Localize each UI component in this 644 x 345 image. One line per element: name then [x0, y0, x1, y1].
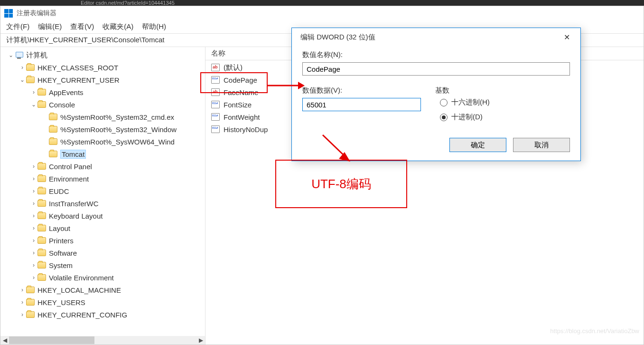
chevron-none-icon: [41, 113, 49, 121]
radio-hex-label: 十六进制(H): [451, 98, 490, 107]
folder-icon: [26, 299, 35, 306]
value-name: FaceName: [224, 88, 258, 96]
folder-icon: [37, 274, 46, 281]
tree-item[interactable]: ⌄HKEY_CURRENT_USER: [0, 74, 205, 86]
value-data-input[interactable]: [302, 98, 421, 111]
tree-item[interactable]: ⌄计算机: [0, 49, 205, 61]
tree-item-label: HKEY_USERS: [37, 298, 85, 307]
chevron-right-icon[interactable]: ›: [19, 298, 26, 306]
cancel-button[interactable]: 取消: [513, 138, 570, 152]
folder-icon: [37, 212, 46, 219]
value-data-label: 数值数据(V):: [302, 86, 421, 95]
chevron-right-icon[interactable]: ›: [30, 261, 37, 269]
registry-tree: ⌄计算机›HKEY_CLASSES_ROOT⌄HKEY_CURRENT_USER…: [0, 47, 205, 323]
tree-item[interactable]: ›System: [0, 259, 205, 271]
value-name: HistoryNoDup: [224, 125, 268, 134]
chevron-right-icon[interactable]: ›: [30, 88, 37, 96]
folder-icon: [49, 151, 57, 157]
title-bar[interactable]: 注册表编辑器: [0, 6, 644, 20]
folder-icon: [26, 287, 35, 293]
tree-item[interactable]: ›Control Panel: [0, 160, 205, 172]
h-scrollbar[interactable]: ◀ ▶: [0, 336, 205, 345]
tree-item-label: Tomcat: [60, 150, 86, 159]
folder-icon: [37, 101, 46, 108]
value-name-label: 数值名称(N):: [302, 50, 570, 59]
radio-dec-label: 十进制(D): [451, 113, 483, 122]
tree-panel: ⌄计算机›HKEY_CLASSES_ROOT⌄HKEY_CURRENT_USER…: [0, 47, 205, 345]
chevron-right-icon[interactable]: ›: [30, 163, 37, 170]
tree-item[interactable]: ›HKEY_USERS: [0, 296, 205, 308]
tree-item[interactable]: ›EUDC: [0, 185, 205, 197]
menu-item[interactable]: 收藏夹(A): [103, 22, 133, 31]
tree-item[interactable]: ›HKEY_CLASSES_ROOT: [0, 61, 205, 74]
tree-item[interactable]: %SystemRoot%_System32_Window: [0, 123, 205, 135]
scroll-thumb[interactable]: [9, 336, 94, 344]
close-icon[interactable]: ✕: [560, 33, 574, 42]
tree-item[interactable]: ›HKEY_LOCAL_MACHINE: [0, 284, 205, 296]
tree-item[interactable]: ⌄Console: [0, 98, 205, 111]
chevron-right-icon[interactable]: ›: [19, 311, 26, 318]
app-icon: [4, 9, 13, 18]
reg-bin-icon: [211, 125, 220, 133]
dialog-title-bar[interactable]: 编辑 DWORD (32 位)值 ✕: [292, 28, 580, 45]
chevron-right-icon[interactable]: ›: [30, 212, 37, 220]
folder-icon: [26, 77, 35, 83]
tree-item-label: Environment: [49, 175, 89, 183]
tree-item[interactable]: ›Printers: [0, 234, 205, 247]
ok-button[interactable]: 确定: [449, 138, 506, 152]
chevron-right-icon[interactable]: ›: [30, 175, 37, 182]
menu-item[interactable]: 查看(V): [70, 22, 94, 31]
folder-icon: [49, 138, 57, 145]
menu-item[interactable]: 编辑(E): [38, 22, 62, 31]
tree-item[interactable]: ›Volatile Environment: [0, 271, 205, 284]
tree-item-label: InstTransferWC: [49, 200, 98, 208]
folder-icon: [37, 262, 46, 268]
folder-icon: [37, 249, 46, 256]
value-name-input[interactable]: [302, 62, 570, 76]
folder-icon: [49, 126, 57, 133]
chevron-down-icon[interactable]: ⌄: [30, 101, 37, 108]
radio-hex[interactable]: 十六进制(H): [440, 98, 570, 107]
tree-item[interactable]: ›InstTransferWC: [0, 197, 205, 210]
menu-item[interactable]: 帮助(H): [142, 22, 166, 31]
folder-icon: [37, 188, 46, 194]
tree-item[interactable]: Tomcat: [0, 148, 205, 160]
tree-item-label: Control Panel: [49, 163, 92, 171]
tree-item[interactable]: ›HKEY_CURRENT_CONFIG: [0, 308, 205, 321]
chevron-down-icon[interactable]: ⌄: [7, 51, 15, 59]
chevron-down-icon[interactable]: ⌄: [19, 76, 26, 84]
value-name: CodePage: [224, 76, 257, 84]
radio-icon: [440, 99, 448, 106]
chevron-right-icon[interactable]: ›: [30, 200, 37, 207]
folder-icon: [49, 114, 57, 120]
tree-item[interactable]: %SystemRoot%_SysWOW64_Wind: [0, 135, 205, 148]
chevron-right-icon[interactable]: ›: [30, 224, 37, 232]
radio-icon-checked: [440, 114, 448, 121]
tree-item-label: AppEvents: [49, 88, 84, 96]
radio-dec[interactable]: 十进制(D): [440, 113, 570, 122]
tree-item-label: Keyboard Layout: [49, 212, 103, 220]
tree-item[interactable]: ›Layout: [0, 222, 205, 234]
chevron-right-icon[interactable]: ›: [30, 237, 37, 244]
chevron-right-icon[interactable]: ›: [30, 249, 37, 257]
tree-item-label: Layout: [49, 224, 70, 232]
chevron-right-icon[interactable]: ›: [30, 187, 37, 195]
menu-item[interactable]: 文件(F): [6, 22, 29, 31]
tree-item-label: Console: [49, 101, 75, 109]
chevron-right-icon[interactable]: ›: [30, 274, 37, 281]
tree-item[interactable]: ›AppEvents: [0, 86, 205, 98]
reg-bin-icon: [211, 113, 220, 121]
chevron-right-icon[interactable]: ›: [19, 286, 26, 294]
folder-icon: [37, 163, 46, 170]
scroll-left-icon[interactable]: ◀: [0, 336, 9, 345]
scroll-right-icon[interactable]: ▶: [196, 336, 205, 345]
tree-item[interactable]: ›Software: [0, 247, 205, 259]
base-group-label: 基数: [435, 86, 570, 95]
value-name: (默认): [224, 63, 243, 72]
folder-icon: [37, 89, 46, 96]
tree-item[interactable]: %SystemRoot%_System32_cmd.ex: [0, 111, 205, 123]
tree-item[interactable]: ›Keyboard Layout: [0, 210, 205, 222]
tree-item-label: Printers: [49, 237, 74, 245]
chevron-right-icon[interactable]: ›: [19, 64, 26, 71]
tree-item[interactable]: ›Environment: [0, 172, 205, 185]
